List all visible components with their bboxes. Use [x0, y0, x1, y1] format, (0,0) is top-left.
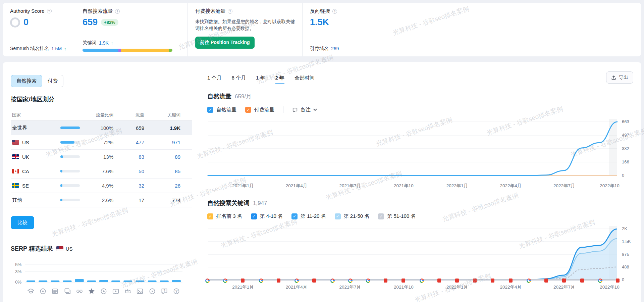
column-header-country: 国家 [11, 112, 60, 118]
local-pack-icon[interactable] [39, 288, 47, 295]
country-row-se[interactable]: SE4.9%3228 [11, 179, 192, 193]
info-icon[interactable]: ? [228, 9, 232, 14]
organic-traffic-delta-badge: +82% [101, 19, 118, 26]
news-icon[interactable] [51, 288, 59, 295]
google-logo-icon [294, 279, 299, 283]
ref-domains-value[interactable]: 269 [331, 46, 339, 51]
video-icon[interactable] [100, 288, 107, 295]
google-update-marker[interactable] [420, 279, 424, 283]
note-flag-marker[interactable] [241, 279, 245, 283]
note-flag-marker[interactable] [312, 279, 316, 283]
image-pack-icon[interactable] [136, 288, 144, 295]
keywords-value[interactable]: 89 [144, 154, 180, 160]
people-also-ask-icon[interactable]: ? [173, 288, 180, 295]
country-name: CA [11, 168, 60, 174]
export-button[interactable]: 导出 [606, 71, 633, 84]
info-icon[interactable]: ? [115, 9, 120, 14]
organic-traffic-line-chart[interactable] [207, 118, 618, 182]
notes-label: 备注 [301, 107, 311, 113]
note-flag-marker[interactable] [437, 279, 441, 283]
time-tab-3[interactable]: 2 年 [275, 75, 285, 84]
top-stories-icon[interactable] [124, 288, 131, 295]
domain-rank-value[interactable]: 1.5M [51, 46, 62, 51]
notes-toggle[interactable]: 备注 [292, 107, 317, 113]
sitelinks-icon[interactable] [76, 288, 83, 295]
country-row-us[interactable]: US72%477971 [11, 135, 192, 150]
traffic-value[interactable]: 50 [113, 168, 144, 174]
traffic-source-tab-paid[interactable]: 付费 [42, 75, 63, 87]
traffic-share-bar [60, 184, 89, 187]
video-carousel-icon[interactable] [149, 288, 156, 295]
keywords-value[interactable]: 28 [144, 183, 180, 189]
note-flag-marker[interactable] [544, 279, 548, 283]
column-header-traffic[interactable]: 流量 [113, 112, 144, 118]
column-header-keywords[interactable]: 关键词 [144, 112, 180, 118]
red-flag-icon [473, 279, 477, 283]
legend-item-1[interactable]: ✓付费流量 [245, 107, 274, 113]
checkbox-checked-icon[interactable]: ✓ [378, 213, 384, 219]
keywords-value[interactable]: 85 [144, 168, 180, 174]
countries-section-title: 按国家/地区划分 [11, 95, 192, 103]
checkbox-checked-icon[interactable]: ✓ [251, 213, 257, 219]
country-row-uk[interactable]: UK13%8389 [11, 150, 192, 164]
google-update-marker[interactable] [223, 279, 227, 283]
traffic-value[interactable]: 83 [113, 154, 144, 160]
info-icon[interactable]: ? [47, 9, 52, 13]
google-update-marker[interactable] [205, 279, 210, 283]
legend-item-3[interactable]: ✓第 21-50 名 [335, 213, 370, 219]
legend-item-1[interactable]: ✓第 4-10 名 [251, 213, 283, 219]
time-tab-2[interactable]: 1 年 [256, 75, 265, 84]
legend-item-0[interactable]: ✓排名前 3 名 [207, 213, 242, 219]
google-update-marker[interactable] [259, 279, 263, 283]
y-axis-tick: 488 [622, 264, 629, 269]
compare-button[interactable]: 比较 [11, 216, 34, 229]
organic-traffic-chart-subtitle: 659/月 [235, 93, 252, 100]
featured-video-icon[interactable] [112, 288, 119, 295]
education-icon[interactable] [27, 288, 35, 295]
legend-item-0[interactable]: ✓自然流量 [207, 107, 236, 113]
time-tab-4[interactable]: 全部时间 [294, 75, 315, 84]
google-update-marker[interactable] [294, 279, 299, 283]
google-update-marker[interactable] [330, 279, 335, 283]
time-tab-0[interactable]: 1 个月 [207, 75, 222, 84]
note-flag-marker[interactable] [491, 279, 494, 283]
country-row-ca[interactable]: CA7.6%5085 [11, 164, 192, 179]
traffic-value[interactable]: 32 [113, 183, 144, 189]
traffic-source-tab-organic[interactable]: 自然搜索 [11, 75, 42, 87]
keywords-value[interactable]: 971 [144, 140, 180, 145]
legend-item-4[interactable]: ✓第 51-100 名 [378, 213, 416, 219]
google-update-marker[interactable] [366, 279, 370, 283]
keyword-bar-segment-purple [118, 49, 121, 52]
checkbox-checked-icon[interactable]: ✓ [207, 213, 213, 219]
time-tab-1[interactable]: 6 个月 [232, 75, 246, 84]
checkbox-checked-icon[interactable]: ✓ [245, 107, 251, 113]
note-flag-marker[interactable] [384, 279, 387, 283]
note-flag-marker[interactable] [580, 279, 584, 283]
note-flag-marker[interactable] [562, 279, 566, 283]
traffic-value[interactable]: 477 [113, 140, 144, 145]
note-flag-marker[interactable] [473, 279, 477, 283]
note-flag-marker[interactable] [509, 279, 513, 283]
google-update-marker[interactable] [598, 279, 602, 283]
country-row-r0[interactable]: 全世界100%6591.9K [11, 121, 192, 135]
organic-keywords-area-chart[interactable] [207, 224, 618, 283]
google-update-marker[interactable] [348, 279, 353, 283]
reviews-icon[interactable] [88, 288, 95, 295]
keywords-value[interactable]: 1.9K [99, 40, 109, 46]
google-update-marker[interactable] [527, 279, 531, 283]
us-flag-icon [56, 246, 63, 251]
position-tracking-button[interactable]: 前往 Position Tracking [195, 37, 255, 49]
backlinks-value[interactable]: 1.5K [310, 17, 329, 28]
note-flag-marker[interactable] [277, 279, 280, 283]
note-flag-marker[interactable] [455, 279, 459, 283]
countries-table-header: 国家流量比例流量关键词 [11, 109, 192, 121]
legend-item-2[interactable]: ✓第 11-20 名 [291, 213, 326, 219]
checkbox-checked-icon[interactable]: ✓ [207, 107, 213, 113]
note-flag-marker[interactable] [401, 279, 405, 283]
country-row-r5[interactable]: 其他2.6%17774 [11, 193, 192, 207]
info-icon[interactable]: ? [332, 9, 337, 14]
checkbox-checked-icon[interactable]: ✓ [291, 213, 298, 219]
checkbox-checked-icon[interactable]: ✓ [335, 213, 341, 219]
faq-icon[interactable]: ? [161, 288, 168, 295]
images-icon[interactable] [64, 288, 71, 295]
